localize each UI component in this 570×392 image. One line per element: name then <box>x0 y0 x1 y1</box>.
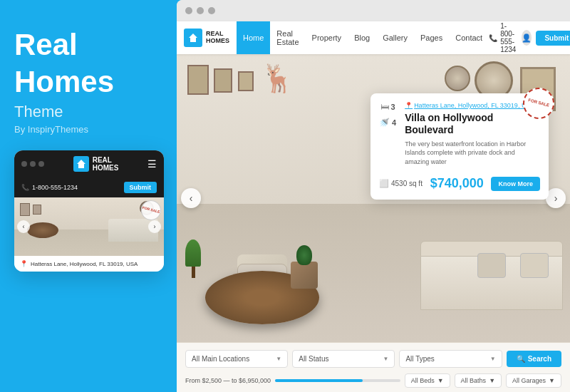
location-pin-icon: 📍 <box>405 102 413 109</box>
nav-link-blog[interactable]: Blog <box>348 21 376 54</box>
card-sqft: ⬜ 4530 sq ft <box>379 179 423 188</box>
nav-link-property[interactable]: Property <box>306 21 348 54</box>
wall-frame-1 <box>187 65 209 95</box>
baths-count: 4 <box>392 118 396 127</box>
mobile-dot-3 <box>38 161 44 167</box>
mobile-phone: 📞 1-800-555-1234 <box>21 184 78 191</box>
mobile-dot-1 <box>21 161 27 167</box>
vase <box>296 245 312 265</box>
room-filter-selects: All Beds ▼ All Baths ▼ All Garages ▼ <box>405 373 561 388</box>
types-select[interactable]: All Types ▼ <box>399 350 502 368</box>
wall-frame-3 <box>238 71 254 91</box>
browser-dot-1 <box>185 7 192 14</box>
know-more-button[interactable]: Know More <box>491 177 540 191</box>
mobile-logo-text: REAL HOMES <box>93 156 119 172</box>
mobile-submit-button[interactable]: Submit <box>124 182 157 193</box>
nav-link-real-estate[interactable]: Real Estate <box>270 21 305 54</box>
price-from-label: From $2,500 — to $6,950,000 <box>185 377 271 384</box>
search-icon: 🔍 <box>517 355 525 363</box>
price-range-row: From $2,500 — to $6,950,000 All Beds ▼ A… <box>185 373 561 388</box>
left-panel: Real Homes Theme By InspiryThemes REAL H… <box>0 0 177 392</box>
beds-select[interactable]: All Beds ▼ <box>405 373 450 388</box>
browser-dot-2 <box>197 7 204 14</box>
mobile-logo: REAL HOMES <box>73 156 119 172</box>
mobile-address-bar: 📍 Hatteras Lane, Hollywood, FL 33019, US… <box>14 256 164 272</box>
app-title: Real Homes <box>14 29 162 103</box>
card-address[interactable]: 📍 Hatteras Lane, Hollywood, FL 33019, US… <box>405 102 540 109</box>
card-bottom-row: ⬜ 4530 sq ft $740,000 Know More <box>379 176 540 191</box>
hamburger-icon[interactable]: ☰ <box>147 158 157 170</box>
nav-link-gallery[interactable]: Gallery <box>376 21 414 54</box>
status-select[interactable]: All Status ▼ <box>292 350 395 368</box>
user-avatar-icon[interactable]: 👤 <box>522 30 532 46</box>
card-property-title: Villa on Hollywood Boulevard <box>405 112 540 136</box>
nav-link-pages[interactable]: Pages <box>414 21 449 54</box>
range-fill <box>275 379 363 382</box>
app-subtitle: Theme <box>14 103 162 121</box>
title-homes: Homes <box>14 66 162 98</box>
search-filters-row: All Main Locations ▼ All Status ▼ All Ty… <box>185 350 561 368</box>
chevron-down-icon: ▼ <box>276 356 281 362</box>
card-main-content: 📍 Hatteras Lane, Hollywood, FL 33019, US… <box>405 102 540 172</box>
browser-chrome-bar <box>177 0 570 21</box>
couch-cushion-1 <box>520 253 549 278</box>
nav-logo: REAL HOMES <box>184 29 229 47</box>
mobile-address-text: Hatteras Lane, Hollywood, FL 33019, USA <box>31 261 158 267</box>
app-author: By InspiryThemes <box>14 124 162 135</box>
price-range-slider[interactable] <box>275 379 400 382</box>
beds-count: 3 <box>391 103 395 111</box>
nav-links: Home Real Estate Property Blog Gallery P… <box>237 21 489 54</box>
hero-nav-right-arrow[interactable]: › <box>546 188 566 208</box>
hero-area: 🦌 ‹ <box>177 54 570 342</box>
phone-icon: 📞 <box>21 184 29 191</box>
chevron-down-icon: ▼ <box>489 377 495 384</box>
side-table <box>291 262 318 289</box>
nav-submit-button[interactable]: Submit <box>536 31 570 46</box>
hero-nav-left-arrow[interactable]: ‹ <box>181 188 201 208</box>
mobile-nav-left-arrow[interactable]: ‹ <box>17 220 30 233</box>
card-stat-beds: 🛏 3 <box>380 102 395 112</box>
nav-phone: 📞 1-800-555-1234 <box>489 22 516 53</box>
mobile-dot-2 <box>30 161 36 167</box>
chevron-down-icon: ▼ <box>549 377 555 384</box>
search-button[interactable]: 🔍 Search <box>507 351 561 367</box>
area-icon: ⬜ <box>379 179 389 188</box>
mobile-top-bar: REAL HOMES ☰ <box>14 150 164 177</box>
search-bottom-bar: All Main Locations ▼ All Status ▼ All Ty… <box>177 342 570 392</box>
browser-window: REAL HOMES Home Real Estate Property Blo… <box>177 0 570 392</box>
sqft-value: 4530 sq ft <box>391 180 423 187</box>
baths-select[interactable]: All Baths ▼ <box>455 373 502 388</box>
wall-round-decor-2 <box>445 66 470 91</box>
nav-link-contact[interactable]: Contact <box>449 21 489 54</box>
mobile-preview-card: REAL HOMES ☰ 📞 1-800-555-1234 Submit <box>14 150 164 272</box>
card-property-description: The very best waterfront location in Har… <box>405 140 540 167</box>
card-top-row: 🛏 3 🚿 4 📍 Hatteras Lane, Hollywood, FL 3… <box>379 102 540 172</box>
card-stats: 🛏 3 🚿 4 <box>379 102 396 128</box>
chevron-down-icon: ▼ <box>383 356 389 362</box>
card-stat-baths: 🚿 4 <box>379 118 396 128</box>
location-select[interactable]: All Main Locations ▼ <box>185 350 288 368</box>
location-pin-icon: 📍 <box>20 260 28 267</box>
phone-icon: 📞 <box>489 34 497 42</box>
site-navbar: REAL HOMES Home Real Estate Property Blo… <box>177 21 570 54</box>
nav-logo-text: REAL HOMES <box>206 31 229 45</box>
browser-dot-3 <box>208 7 215 14</box>
nav-logo-icon <box>184 29 202 47</box>
wall-skull-art: 🦌 <box>261 63 294 94</box>
garages-select[interactable]: All Garages ▼ <box>506 373 561 388</box>
bed-icon: 🛏 <box>380 102 389 112</box>
card-price: $740,000 <box>430 176 484 191</box>
mobile-dots <box>21 161 44 167</box>
plant <box>185 239 201 278</box>
couch-cushion-2 <box>477 253 506 278</box>
chevron-down-icon: ▼ <box>490 356 496 362</box>
property-info-card: FOR SALE 🛏 3 🚿 4 📍 Hatteras Lane, Ho <box>370 93 549 200</box>
mobile-logo-icon <box>73 156 89 172</box>
chevron-down-icon: ▼ <box>437 377 444 384</box>
wall-frame-2 <box>214 68 232 93</box>
title-real: Real <box>14 29 162 61</box>
bath-icon: 🚿 <box>379 118 390 128</box>
mobile-hero-image: ‹ › FOR SALE <box>14 197 164 256</box>
nav-link-home[interactable]: Home <box>237 21 270 54</box>
mobile-nav-right-arrow[interactable]: › <box>148 220 161 233</box>
